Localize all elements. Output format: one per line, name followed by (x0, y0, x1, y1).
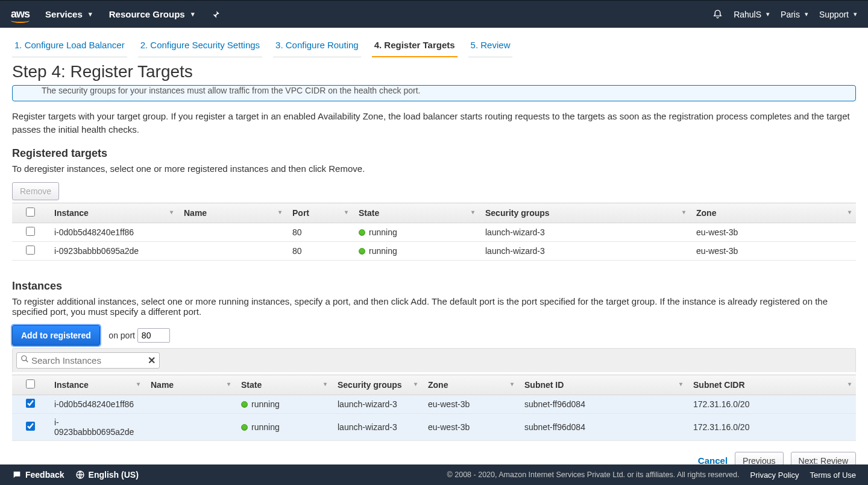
col-sg[interactable]: Security groups (332, 375, 422, 395)
row-checkbox[interactable] (26, 246, 35, 255)
search-box: ✕ (16, 352, 160, 369)
status-dot-icon (241, 401, 248, 408)
cell-cidr: 172.31.16.0/20 (687, 395, 856, 413)
cell-zone: eu-west-3b (422, 395, 518, 413)
cell-instance: i-0923babbb0695a2de (48, 413, 145, 440)
globe-icon (75, 470, 85, 480)
action-row: Cancel Previous Next: Review (12, 441, 856, 465)
nav-resource-groups[interactable]: Resource Groups (109, 9, 195, 19)
cell-state: running (235, 395, 332, 413)
cell-subnet: subnet-ff96d084 (518, 413, 687, 440)
privacy-link[interactable]: Privacy Policy (750, 471, 799, 480)
col-port[interactable]: Port (286, 203, 353, 223)
wizard-tabs: 1. Configure Load Balancer 2. Configure … (0, 28, 868, 57)
svg-point-0 (22, 356, 27, 361)
table-row[interactable]: i-0d0b5d48240e1ff86 80 running launch-wi… (12, 223, 856, 241)
cell-subnet: subnet-ff96d084 (518, 395, 687, 413)
cell-state: running (235, 413, 332, 440)
instances-table: Instance Name State Security groups Zone… (12, 375, 856, 441)
col-state[interactable]: State (235, 375, 332, 395)
terms-link[interactable]: Terms of Use (810, 471, 856, 480)
tab-configure-lb[interactable]: 1. Configure Load Balancer (12, 36, 127, 57)
add-to-registered-button[interactable]: Add to registered (12, 325, 100, 346)
table-row[interactable]: i-0923babbb0695a2de running launch-wizar… (12, 413, 856, 440)
col-sg[interactable]: Security groups (479, 203, 690, 223)
clear-search-icon[interactable]: ✕ (148, 355, 156, 366)
bell-icon[interactable] (712, 9, 723, 19)
info-box: The security groups for your instances m… (12, 85, 856, 101)
tab-security[interactable]: 2. Configure Security Settings (138, 36, 262, 57)
col-zone[interactable]: Zone (690, 203, 856, 223)
pin-icon[interactable] (212, 10, 220, 19)
cell-sg: launch-wizard-3 (479, 223, 690, 241)
cell-zone: eu-west-3b (422, 413, 518, 440)
registered-heading: Registered targets (12, 147, 856, 160)
instances-heading: Instances (12, 280, 856, 293)
cell-instance: i-0d0b5d48240e1ff86 (48, 223, 178, 241)
col-instance[interactable]: Instance (48, 375, 145, 395)
row-checkbox[interactable] (26, 399, 35, 408)
next-button[interactable]: Next: Review (791, 452, 856, 465)
col-name[interactable]: Name (145, 375, 235, 395)
cell-port: 80 (286, 241, 353, 260)
top-nav: aws Services Resource Groups RahulS Pari… (0, 0, 868, 28)
cell-name (178, 241, 286, 260)
tab-register-targets[interactable]: 4. Register Targets (372, 36, 458, 57)
col-checkbox (12, 203, 48, 223)
cell-instance: i-0d0b5d48240e1ff86 (48, 395, 145, 413)
col-cidr[interactable]: Subnet CIDR (687, 375, 856, 395)
col-state[interactable]: State (353, 203, 479, 223)
search-icon (20, 355, 29, 366)
remove-button[interactable]: Remove (12, 182, 59, 200)
footer-bar: Feedback English (US) © 2008 - 2020, Ama… (0, 464, 868, 485)
status-dot-icon (359, 229, 365, 236)
language-selector[interactable]: English (US) (75, 470, 139, 480)
registered-table: Instance Name Port State Security groups… (12, 203, 856, 261)
previous-button[interactable]: Previous (735, 452, 783, 465)
cell-cidr: 172.31.16.0/20 (687, 413, 856, 440)
col-checkbox (12, 375, 48, 395)
registered-help: To deregister instances, select one or m… (12, 163, 856, 174)
col-subnet[interactable]: Subnet ID (518, 375, 687, 395)
page-content: Step 4: Register Targets The security gr… (0, 57, 868, 464)
cell-instance: i-0923babbb0695a2de (48, 241, 178, 260)
nav-support[interactable]: Support (819, 10, 857, 19)
table-header-row: Instance Name State Security groups Zone… (12, 375, 856, 395)
row-checkbox[interactable] (26, 227, 35, 236)
nav-region[interactable]: Paris (781, 10, 808, 19)
status-dot-icon (241, 424, 248, 431)
cell-zone: eu-west-3b (690, 223, 856, 241)
page-title: Step 4: Register Targets (12, 62, 856, 81)
col-instance[interactable]: Instance (48, 203, 178, 223)
copyright: © 2008 - 2020, Amazon Internet Services … (447, 471, 740, 479)
tab-review[interactable]: 5. Review (468, 36, 513, 57)
tab-routing[interactable]: 3. Configure Routing (273, 36, 361, 57)
instances-help: To register additional instances, select… (12, 296, 856, 317)
cell-port: 80 (286, 223, 353, 241)
status-dot-icon (359, 248, 365, 255)
cell-name (145, 395, 235, 413)
on-port-label: on port (108, 331, 135, 340)
col-name[interactable]: Name (178, 203, 286, 223)
search-input[interactable] (31, 355, 148, 366)
info-text: The security groups for your instances m… (42, 86, 420, 95)
nav-services[interactable]: Services (45, 9, 92, 19)
cell-name (178, 223, 286, 241)
table-header-row: Instance Name Port State Security groups… (12, 203, 856, 223)
cancel-link[interactable]: Cancel (698, 455, 728, 464)
cell-state: running (353, 241, 479, 260)
aws-logo[interactable]: aws (11, 8, 30, 21)
nav-user[interactable]: RahulS (734, 10, 770, 19)
port-input[interactable] (137, 328, 170, 343)
select-all-registered[interactable] (26, 208, 35, 217)
cell-sg: launch-wizard-3 (479, 241, 690, 260)
table-row[interactable]: i-0923babbb0695a2de 80 running launch-wi… (12, 241, 856, 260)
table-row[interactable]: i-0d0b5d48240e1ff86 running launch-wizar… (12, 395, 856, 413)
select-all-instances[interactable] (26, 379, 35, 388)
add-row: Add to registered on port (12, 325, 856, 346)
cell-sg: launch-wizard-3 (332, 395, 422, 413)
feedback-link[interactable]: Feedback (12, 470, 64, 480)
svg-line-1 (26, 360, 28, 363)
row-checkbox[interactable] (26, 422, 35, 431)
col-zone[interactable]: Zone (422, 375, 518, 395)
